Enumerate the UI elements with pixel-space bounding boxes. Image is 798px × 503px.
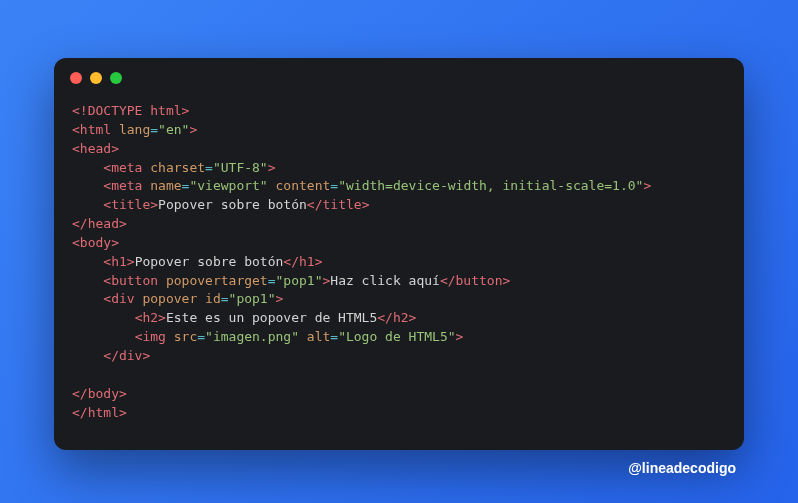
window-titlebar (54, 58, 744, 90)
code-window: <!DOCTYPE html> <html lang="en"> <head> … (54, 58, 744, 450)
maximize-icon[interactable] (110, 72, 122, 84)
code-content: <!DOCTYPE html> <html lang="en"> <head> … (54, 90, 744, 450)
attribution-text: @lineadecodigo (54, 460, 744, 476)
minimize-icon[interactable] (90, 72, 102, 84)
close-icon[interactable] (70, 72, 82, 84)
